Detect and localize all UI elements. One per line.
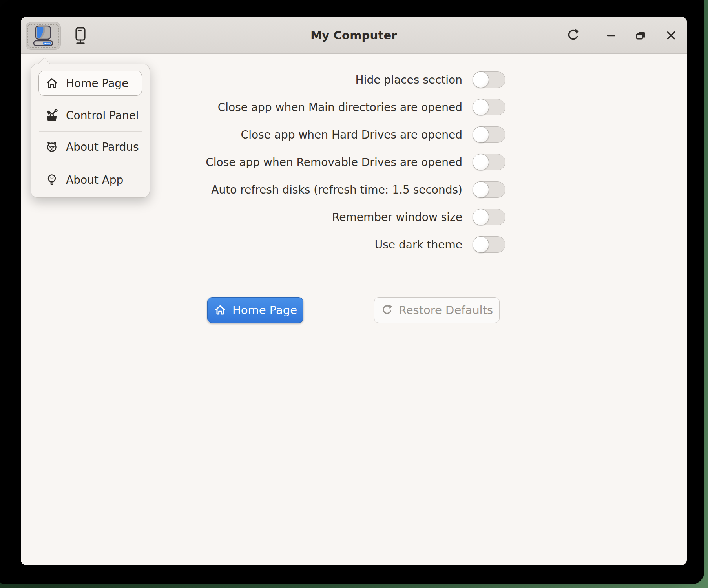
restore-defaults-button-label: Restore Defaults bbox=[399, 303, 493, 317]
close-button[interactable] bbox=[662, 27, 680, 44]
toggle-auto-refresh-disks[interactable] bbox=[473, 181, 505, 198]
setting-row: Hide places section bbox=[21, 67, 505, 93]
setting-label: Close app when Removable Drives are open… bbox=[206, 156, 462, 169]
switch-knob bbox=[473, 209, 489, 225]
toggle-remember-window-size[interactable] bbox=[473, 209, 505, 225]
app-window: My Computer bbox=[21, 17, 687, 565]
restore-window-icon bbox=[634, 28, 648, 42]
setting-label: Remember window size bbox=[332, 211, 462, 224]
home-page-button[interactable]: Home Page bbox=[207, 297, 303, 323]
setting-label: Hide places section bbox=[356, 73, 462, 86]
setting-row: Use dark theme bbox=[21, 232, 505, 257]
toggle-close-on-removable-drives[interactable] bbox=[473, 154, 505, 170]
refresh-icon bbox=[381, 304, 393, 316]
toggle-hide-places-section[interactable] bbox=[473, 71, 505, 88]
switch-knob bbox=[473, 71, 489, 88]
setting-label: Use dark theme bbox=[375, 238, 462, 251]
restore-defaults-button[interactable]: Restore Defaults bbox=[374, 297, 500, 323]
toggle-close-on-hard-drives[interactable] bbox=[473, 126, 505, 143]
toggle-use-dark-theme[interactable] bbox=[473, 236, 505, 253]
headerbar: My Computer bbox=[21, 17, 687, 54]
switch-knob bbox=[473, 154, 489, 170]
home-icon bbox=[213, 303, 227, 317]
toggle-close-on-main-directories[interactable] bbox=[473, 99, 505, 115]
desktop-background: My Computer bbox=[0, 0, 708, 588]
setting-row: Auto refresh disks (refresh time: 1.5 se… bbox=[21, 177, 505, 203]
restore-window-button[interactable] bbox=[632, 27, 650, 44]
close-icon bbox=[664, 28, 678, 42]
setting-label: Auto refresh disks (refresh time: 1.5 se… bbox=[211, 183, 462, 196]
setting-row: Remember window size bbox=[21, 204, 505, 230]
refresh-button[interactable] bbox=[564, 27, 582, 44]
switch-knob bbox=[473, 99, 489, 115]
switch-knob bbox=[473, 181, 489, 198]
window-title: My Computer bbox=[21, 17, 687, 54]
setting-row: Close app when Main directories are open… bbox=[21, 94, 505, 120]
minimize-button[interactable] bbox=[602, 27, 620, 44]
minimize-icon bbox=[604, 28, 618, 42]
switch-knob bbox=[473, 126, 489, 143]
refresh-icon bbox=[566, 28, 580, 42]
setting-row: Close app when Hard Drives are opened bbox=[21, 122, 505, 148]
home-page-button-label: Home Page bbox=[232, 303, 297, 317]
setting-label: Close app when Main directories are open… bbox=[218, 101, 462, 114]
switch-knob bbox=[473, 236, 489, 253]
setting-row: Close app when Removable Drives are open… bbox=[21, 149, 505, 175]
setting-label: Close app when Hard Drives are opened bbox=[241, 128, 462, 141]
